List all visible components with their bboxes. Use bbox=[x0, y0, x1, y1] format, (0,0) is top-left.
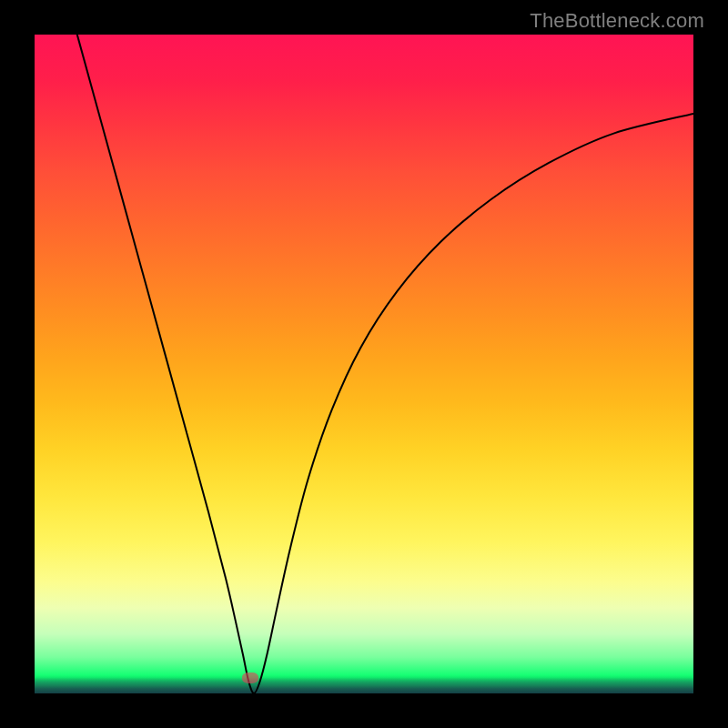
plot-area bbox=[35, 35, 693, 693]
optimal-point-marker bbox=[242, 672, 258, 683]
chart-frame: TheBottleneck.com bbox=[0, 0, 728, 728]
bottleneck-curve bbox=[35, 35, 693, 693]
watermark-text: TheBottleneck.com bbox=[530, 9, 704, 33]
